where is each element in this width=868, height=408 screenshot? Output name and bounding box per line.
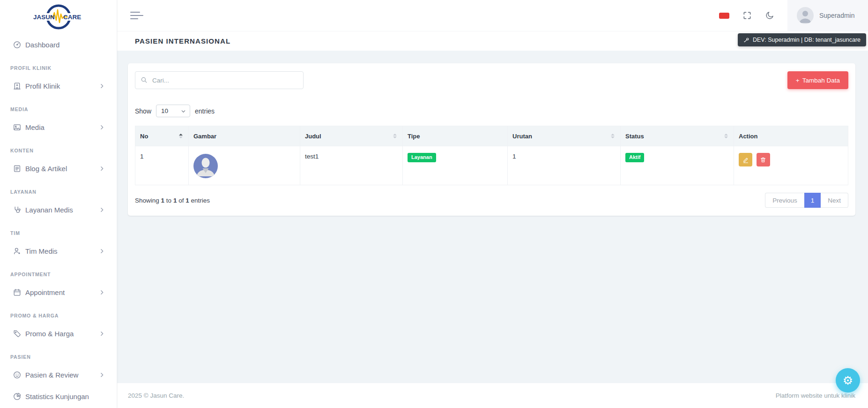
footer-tagline: Platform website untuk klinik [776,392,855,399]
sidebar: JASUN CARE Dashboard PROFIL KLINIK Profi… [0,0,117,408]
sidebar-item-label: Blog & Artikel [25,165,99,173]
pagination-previous[interactable]: Previous [765,193,804,208]
wrench-icon [743,37,749,43]
sidebar-item-label: Dashboard [25,41,105,49]
sidebar-section-layanan: LAYANAN [0,179,117,199]
entries-select[interactable]: 10 [156,105,190,117]
table-row: 1 test1 Layanan 1 [135,146,848,185]
status-badge: Aktif [625,153,644,162]
trash-icon [760,157,766,163]
calendar-icon [13,288,22,297]
user-name: Superadmin [819,12,855,19]
cell-gambar [189,146,300,185]
tipe-badge: Layanan [408,153,436,162]
chevron-right-icon [99,207,105,213]
hamburger-menu-icon[interactable] [130,12,143,20]
column-header-status[interactable]: Status [621,126,734,146]
sidebar-item-label: Media [25,123,99,131]
chevron-down-icon [180,108,186,116]
search-icon [140,76,148,86]
sidebar-item-blog-artikel[interactable]: Blog & Artikel [0,158,117,179]
hospital-icon [13,82,22,91]
card-toolbar: + Tambah Data [135,71,848,89]
article-icon [13,164,22,173]
delete-button[interactable] [757,153,770,166]
table-header-row: No Gambar Judul Tipe [135,126,848,146]
data-card: + Tambah Data Show 10 entries [128,63,855,216]
topbar: Superadmin [117,0,868,31]
sidebar-item-tim-medis[interactable]: Tim Medis [0,240,117,262]
sidebar-item-statistics-kunjungan[interactable]: Statistics Kunjungan [0,385,117,407]
sidebar-item-promo-harga[interactable]: Promo & Harga [0,323,117,344]
sidebar-section-konten: KONTEN [0,138,117,158]
cell-no: 1 [135,146,189,185]
sidebar-item-media[interactable]: Media [0,116,117,138]
column-header-gambar[interactable]: Gambar [189,126,300,146]
table-footer: Showing 1 to 1 of 1 entries Previous 1 N… [135,193,848,208]
brand-logo[interactable]: JASUN CARE [0,0,117,34]
sidebar-item-label: Layanan Medis [25,206,99,214]
gauge-icon [13,40,22,49]
user-avatar [797,7,814,24]
footer-copyright: 2025 © Jasun Care. [128,392,184,399]
chevron-right-icon [99,83,105,89]
sidebar-section-profil-klinik: PROFIL KLINIK [0,55,117,75]
sidebar-item-layanan-medis[interactable]: Layanan Medis [0,199,117,220]
page-footer: 2025 © Jasun Care. Platform website untu… [117,383,868,408]
column-header-judul[interactable]: Judul [300,126,403,146]
chevron-right-icon [99,166,105,172]
sort-arrows-icon [724,134,728,139]
svg-text:CARE: CARE [63,14,81,21]
sidebar-item-label: Appointment [25,288,99,296]
sidebar-item-dashboard[interactable]: Dashboard [0,34,117,55]
data-table: No Gambar Judul Tipe [135,126,848,185]
add-data-button[interactable]: + Tambah Data [787,71,848,89]
column-header-no[interactable]: No [135,126,189,146]
add-data-label: Tambah Data [802,77,840,84]
main-area: Superadmin PASIEN INTERNASIONAL Dashboar… [117,0,868,408]
sidebar-item-label: Tim Medis [25,247,99,255]
sidebar-section-promo-harga: PROMO & HARGA [0,303,117,323]
stethoscope-icon [13,205,22,214]
sidebar-item-label: Pasien & Review [25,371,99,379]
sidebar-item-label: Statistics Kunjungan [25,393,105,400]
sidebar-item-appointment[interactable]: Appointment [0,281,117,303]
entries-select-value: 10 [161,107,168,114]
search-input[interactable] [135,71,304,89]
settings-fab-button[interactable]: ⚙ [836,368,860,393]
pagination-next[interactable]: Next [821,193,848,208]
chevron-right-icon [99,289,105,295]
row-avatar-image [193,154,218,178]
sidebar-item-label: Profil Klinik [25,82,99,90]
sidebar-item-label: Promo & Harga [25,330,99,338]
moon-dark-mode-icon[interactable] [765,11,774,20]
svg-text:JASUN: JASUN [33,14,55,21]
dev-environment-tooltip: DEV: Superadmin | DB: tenant_jasuncare [738,33,866,46]
cell-judul: test1 [300,146,403,185]
chevron-right-icon [99,248,105,254]
sort-arrows-icon [393,134,397,139]
edit-button[interactable] [739,153,752,166]
language-flag-icon[interactable] [719,13,729,19]
sidebar-section-appointment: APPOINTMENT [0,262,117,281]
column-header-urutan[interactable]: Urutan [508,126,621,146]
fullscreen-icon[interactable] [742,11,752,20]
pagination: Previous 1 Next [765,193,848,208]
pie-chart-icon [13,392,22,401]
app-window: JASUN CARE Dashboard PROFIL KLINIK Profi… [0,0,868,408]
chevron-right-icon [99,331,105,337]
sidebar-item-pasien-review[interactable]: Pasien & Review [0,364,117,385]
column-header-action[interactable]: Action [734,126,848,146]
medic-user-icon [13,247,22,256]
user-menu[interactable]: Superadmin [787,0,868,31]
cell-status: Aktif [621,146,734,185]
chevron-right-icon [99,124,105,130]
image-icon [13,123,22,132]
pencil-icon [742,157,749,163]
sidebar-item-profil-klinik[interactable]: Profil Klinik [0,75,117,97]
pagination-page-1[interactable]: 1 [804,193,821,208]
column-header-tipe[interactable]: Tipe [403,126,508,146]
sort-arrows-icon [611,134,615,139]
cell-urutan: 1 [508,146,621,185]
gear-icon: ⚙ [843,375,853,386]
